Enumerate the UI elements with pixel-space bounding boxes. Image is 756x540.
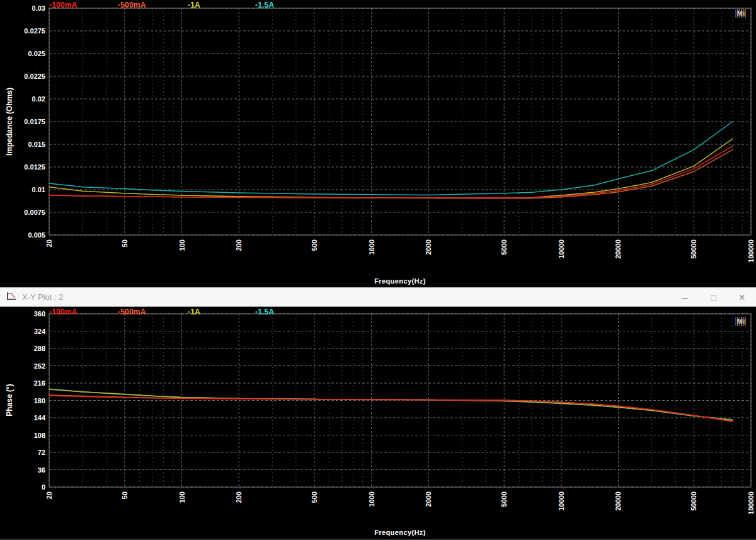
svg-text:216: 216 — [34, 379, 45, 387]
y-axis-title-phase: Phase (°) — [5, 384, 14, 416]
svg-text:1000: 1000 — [368, 239, 375, 255]
svg-text:0: 0 — [42, 483, 45, 491]
x-axis-title-frequency: Frequency(Hz) — [49, 277, 751, 285]
legend-item--1A: -1A — [188, 1, 200, 9]
svg-text:108: 108 — [34, 432, 45, 439]
svg-text:2000: 2000 — [425, 491, 432, 507]
mi-logo-icon: Mi — [735, 317, 747, 326]
svg-text:0.025: 0.025 — [28, 50, 45, 57]
svg-text:100000: 100000 — [747, 239, 755, 263]
svg-text:500: 500 — [311, 239, 318, 251]
window-titlebar[interactable]: X-Y Plot : 2 – □ ✕ — [0, 287, 756, 307]
xy-plot-window: 2050100200500100020005000100002000050000… — [0, 0, 756, 540]
mi-logo-icon: Mi — [735, 9, 747, 18]
svg-text:5000: 5000 — [500, 491, 508, 507]
svg-text:324: 324 — [34, 328, 46, 335]
svg-text:20000: 20000 — [614, 239, 622, 259]
svg-text:36: 36 — [38, 466, 45, 474]
svg-text:0.01: 0.01 — [32, 186, 45, 193]
legend-item--500mA: -500mA — [118, 1, 146, 9]
legend-item--1A: -1A — [188, 307, 200, 316]
legend-item--500mA: -500mA — [118, 307, 146, 316]
legend-item--1.5A: -1.5A — [255, 307, 274, 316]
svg-text:0.0275: 0.0275 — [24, 27, 45, 35]
close-button[interactable]: ✕ — [728, 288, 756, 306]
svg-text:200: 200 — [235, 491, 243, 503]
window-title: X-Y Plot : 2 — [22, 292, 64, 302]
x-axis-title-frequency: Frequency(Hz) — [49, 529, 751, 536]
legend-item--100mA: -100mA — [49, 1, 77, 9]
svg-text:0.02: 0.02 — [32, 95, 45, 103]
svg-text:50: 50 — [121, 491, 129, 499]
svg-text:288: 288 — [34, 345, 45, 352]
svg-text:252: 252 — [34, 362, 45, 370]
svg-text:0.03: 0.03 — [32, 4, 45, 12]
svg-text:360: 360 — [34, 310, 45, 318]
svg-text:50000: 50000 — [690, 239, 697, 259]
svg-text:0.0075: 0.0075 — [24, 209, 45, 216]
svg-text:0.005: 0.005 — [28, 231, 45, 239]
y-axis-title-impedance: Impedance (Ohms) — [5, 88, 14, 156]
svg-text:50000: 50000 — [690, 491, 697, 511]
svg-text:72: 72 — [38, 449, 45, 456]
phase-plot-panel: 2050100200500100020005000100002000050000… — [0, 307, 756, 540]
window-controls: – □ ✕ — [671, 288, 756, 306]
svg-text:5000: 5000 — [500, 239, 508, 255]
svg-text:144: 144 — [34, 414, 46, 422]
svg-text:20: 20 — [45, 491, 53, 499]
svg-text:100000: 100000 — [747, 491, 755, 515]
impedance-plot-canvas[interactable]: 2050100200500100020005000100002000050000… — [0, 0, 756, 287]
svg-text:200: 200 — [235, 239, 243, 251]
svg-text:100: 100 — [178, 239, 186, 251]
legend-item--1.5A: -1.5A — [255, 1, 274, 9]
svg-text:1000: 1000 — [368, 491, 375, 507]
svg-text:100: 100 — [178, 491, 186, 503]
svg-text:500: 500 — [311, 491, 318, 503]
svg-text:10000: 10000 — [558, 491, 565, 511]
svg-text:50: 50 — [121, 239, 129, 247]
svg-text:0.0225: 0.0225 — [24, 72, 45, 80]
svg-text:2000: 2000 — [425, 239, 432, 255]
phase-plot-canvas[interactable]: 2050100200500100020005000100002000050000… — [0, 307, 756, 540]
minimize-button[interactable]: – — [671, 288, 699, 306]
svg-text:0.0175: 0.0175 — [24, 118, 45, 125]
svg-text:0.015: 0.015 — [28, 141, 45, 148]
svg-text:10000: 10000 — [558, 239, 565, 259]
svg-text:20000: 20000 — [614, 491, 622, 511]
svg-text:20: 20 — [45, 239, 53, 247]
svg-text:180: 180 — [34, 397, 45, 405]
legend-item--100mA: -100mA — [49, 307, 77, 316]
impedance-plot-panel: 2050100200500100020005000100002000050000… — [0, 0, 756, 287]
svg-text:0.0125: 0.0125 — [24, 163, 45, 171]
xy-plot-window-icon — [6, 291, 17, 304]
maximize-button[interactable]: □ — [699, 288, 728, 306]
